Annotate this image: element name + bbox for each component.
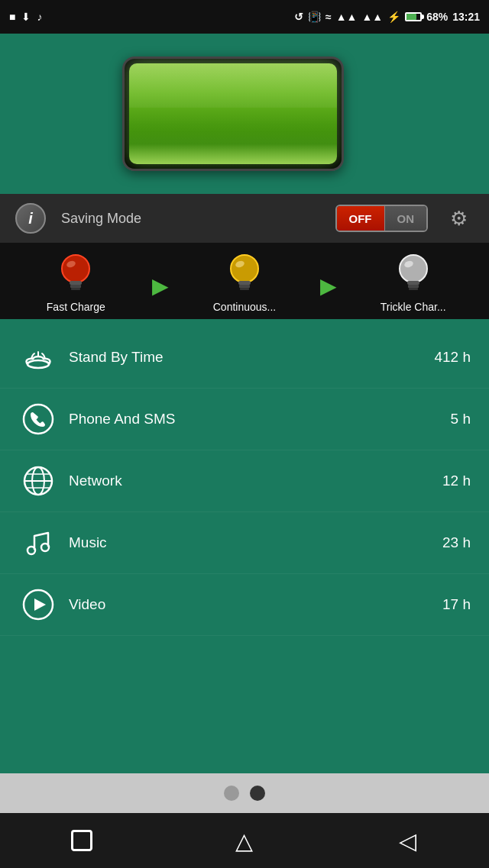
main-content: i Saving Mode OFF ON ⚙ Fast Charge bbox=[0, 34, 489, 773]
music-value: 23 h bbox=[442, 534, 471, 551]
stat-video[interactable]: Video 17 h bbox=[0, 574, 489, 636]
nav-bar: △ ◁ bbox=[0, 813, 489, 868]
charge-mode-continuous[interactable]: Continuous... bbox=[169, 252, 321, 313]
charge-modes-bar: Fast Charge ▶ Continuous... ▶ bbox=[0, 243, 489, 319]
status-bar: ■ ⬇ ♪ ↺ 📳 ≈ ▲▲ ▲▲ ⚡ 68% 13:21 bbox=[0, 0, 489, 34]
battery-reflection bbox=[129, 131, 337, 164]
continuous-charge-bulb-icon bbox=[222, 252, 267, 296]
trickle-charge-label: Trickle Char... bbox=[381, 301, 446, 313]
recent-apps-button[interactable] bbox=[51, 821, 112, 860]
stat-music[interactable]: Music 23 h bbox=[0, 512, 489, 574]
battery-status-sm bbox=[405, 12, 422, 21]
status-icon-wifi: ≈ bbox=[325, 11, 332, 23]
continuous-charge-label: Continuous... bbox=[213, 301, 277, 313]
stat-standby[interactable]: Stand By Time 412 h bbox=[0, 327, 489, 389]
status-icon-sync: ↺ bbox=[294, 11, 303, 23]
network-label: Network bbox=[58, 473, 442, 489]
dot-1[interactable] bbox=[224, 786, 239, 801]
svg-point-19 bbox=[24, 405, 53, 434]
saving-mode-toggle[interactable]: OFF ON bbox=[335, 205, 429, 232]
standby-icon bbox=[18, 337, 58, 377]
svg-rect-3 bbox=[70, 281, 82, 285]
network-value: 12 h bbox=[442, 473, 471, 489]
status-left-icons: ■ ⬇ ♪ bbox=[9, 11, 42, 23]
music-label: Music bbox=[58, 534, 442, 551]
svg-point-18 bbox=[28, 360, 49, 368]
video-icon bbox=[18, 585, 58, 624]
battery-percent: 68% bbox=[426, 11, 448, 23]
svg-point-25 bbox=[28, 547, 35, 554]
saving-mode-label: Saving Mode bbox=[61, 211, 320, 227]
network-icon bbox=[18, 461, 58, 501]
toggle-on-option[interactable]: ON bbox=[385, 206, 427, 231]
stat-network[interactable]: Network 12 h bbox=[0, 450, 489, 512]
status-icon-square: ■ bbox=[9, 11, 15, 23]
svg-rect-16 bbox=[408, 285, 419, 288]
status-icon-vibrate: 📳 bbox=[308, 11, 321, 23]
battery-terminal bbox=[342, 89, 344, 143]
battery-shine bbox=[129, 63, 337, 108]
svg-rect-15 bbox=[407, 281, 419, 285]
svg-rect-4 bbox=[70, 285, 81, 288]
status-icon-signal2: ▲▲ bbox=[361, 11, 383, 23]
arrow-1-icon: ▶ bbox=[152, 273, 169, 298]
phone-label: Phone And SMS bbox=[58, 411, 451, 428]
status-right-icons: ↺ 📳 ≈ ▲▲ ▲▲ ⚡ 68% 13:21 bbox=[294, 11, 480, 23]
info-button[interactable]: i bbox=[15, 203, 46, 234]
arrow-2-icon: ▶ bbox=[320, 273, 337, 298]
svg-marker-28 bbox=[34, 599, 46, 611]
toggle-off-option[interactable]: OFF bbox=[337, 206, 385, 231]
status-icon-charge: ⚡ bbox=[387, 11, 400, 23]
svg-rect-5 bbox=[71, 288, 80, 290]
status-icon-signal1: ▲▲ bbox=[336, 11, 358, 23]
video-label: Video bbox=[58, 596, 442, 613]
svg-point-26 bbox=[41, 544, 49, 551]
charge-mode-fast[interactable]: Fast Charge bbox=[0, 252, 152, 313]
music-icon bbox=[18, 523, 58, 563]
pagination-dots bbox=[0, 773, 489, 813]
home-icon: △ bbox=[235, 828, 253, 854]
saving-mode-bar: i Saving Mode OFF ON ⚙ bbox=[0, 194, 489, 243]
settings-gear-icon[interactable]: ⚙ bbox=[443, 203, 474, 234]
fast-charge-bulb-icon bbox=[53, 252, 98, 296]
svg-rect-9 bbox=[238, 281, 251, 285]
charge-mode-trickle[interactable]: Trickle Char... bbox=[337, 252, 489, 313]
stat-phone[interactable]: Phone And SMS 5 h bbox=[0, 389, 489, 450]
svg-rect-11 bbox=[240, 288, 249, 290]
video-value: 17 h bbox=[442, 596, 471, 613]
back-button[interactable]: ◁ bbox=[377, 821, 438, 860]
phone-icon bbox=[18, 399, 58, 439]
home-button[interactable]: △ bbox=[214, 821, 275, 860]
standby-label: Stand By Time bbox=[58, 349, 434, 366]
svg-rect-17 bbox=[409, 288, 418, 290]
battery-body bbox=[122, 56, 344, 171]
phone-value: 5 h bbox=[451, 411, 471, 428]
back-icon: ◁ bbox=[399, 828, 416, 854]
battery-visual bbox=[122, 56, 367, 179]
trickle-charge-bulb-icon bbox=[391, 252, 436, 296]
stats-list: Stand By Time 412 h Phone And SMS 5 h bbox=[0, 319, 489, 773]
status-icon-music: ♪ bbox=[37, 11, 42, 23]
standby-value: 412 h bbox=[434, 349, 471, 366]
battery-section bbox=[0, 34, 489, 194]
fast-charge-label: Fast Charge bbox=[47, 301, 105, 313]
clock: 13:21 bbox=[452, 11, 480, 23]
square-icon bbox=[71, 830, 92, 851]
dot-2[interactable] bbox=[250, 786, 265, 801]
status-icon-download: ⬇ bbox=[21, 11, 31, 23]
svg-rect-10 bbox=[239, 285, 250, 288]
